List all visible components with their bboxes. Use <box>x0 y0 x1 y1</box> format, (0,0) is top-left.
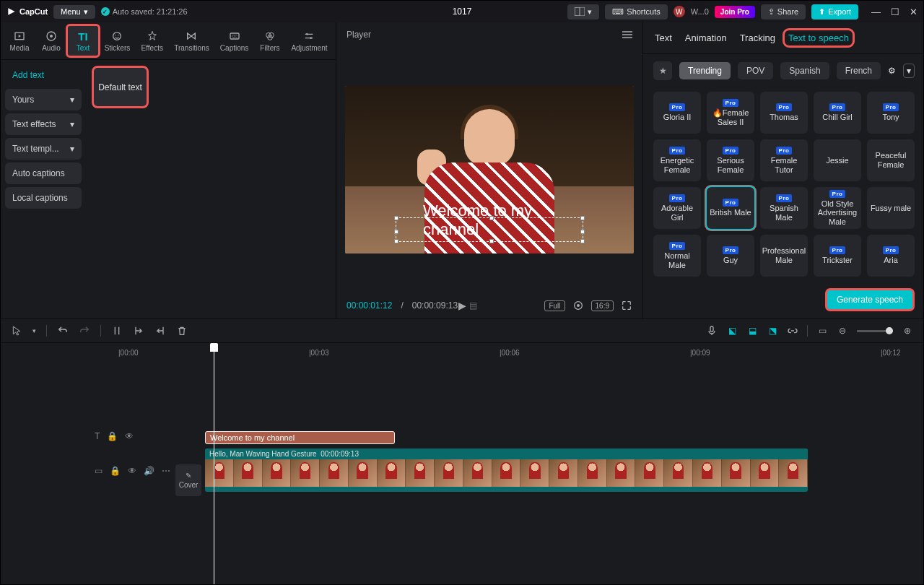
chevron-down-icon[interactable]: ▾ <box>32 327 36 334</box>
voice-trickster[interactable]: ProTrickster <box>814 235 861 277</box>
cover-button[interactable]: ✎ Cover <box>175 464 201 496</box>
track-opts-icon[interactable]: ▭ <box>816 325 828 337</box>
voice-old-style-advertising-male[interactable]: ProOld Style Advertising Male <box>814 187 861 229</box>
ribbon-media[interactable]: Media <box>4 25 35 56</box>
filter-settings-icon[interactable]: ⚙ <box>888 66 896 76</box>
ribbon-text[interactable]: TIText <box>67 25 99 56</box>
sm-text-templates[interactable]: Text templ...▾ <box>5 138 82 160</box>
chip-trending[interactable]: Trending <box>679 62 731 79</box>
preview-full[interactable]: Full <box>544 300 565 311</box>
video-clip[interactable]: Hello, Man Waving Hand Gesture 00:00:09:… <box>205 448 808 492</box>
pointer-tool[interactable] <box>11 325 22 337</box>
favorites-filter[interactable]: ★ <box>653 61 672 80</box>
sm-add-text[interactable]: Add text <box>5 64 82 86</box>
voice-normal-male[interactable]: ProNormal Male <box>653 235 701 277</box>
default-text-preset[interactable]: Default text <box>93 67 147 107</box>
voice-tony[interactable]: ProTony <box>867 92 915 134</box>
voice-british-male[interactable]: ProBritish Male <box>707 187 754 229</box>
layout-button[interactable]: ▾ <box>567 4 599 20</box>
shortcuts-button[interactable]: ⌨ Shortcuts <box>605 4 667 20</box>
svg-point-16 <box>577 304 580 307</box>
voice-peaceful-female[interactable]: Peaceful Female <box>867 139 915 181</box>
eye-icon[interactable]: 👁 <box>125 431 134 441</box>
tab-animation[interactable]: Animation <box>685 32 727 43</box>
voice-energetic-female[interactable]: ProEnergetic Female <box>653 139 701 181</box>
tab-text[interactable]: Text <box>655 32 672 43</box>
lock-icon[interactable]: 🔒 <box>107 431 118 441</box>
undo-button[interactable] <box>57 325 69 337</box>
timeline-panel: ▾ ⬕ ⬓ ⬔ ▭ ⊖ ⊕ |00:00 |00:03 |00:06 |00:0… <box>1 318 923 584</box>
voice-female-tutor[interactable]: ProFemale Tutor <box>760 139 808 181</box>
voice-aria[interactable]: ProAria <box>867 235 915 277</box>
player-text-overlay[interactable]: Welcome to my channel <box>417 199 562 242</box>
share-button[interactable]: ⇪ Share <box>761 4 806 20</box>
more-icon[interactable]: ⋯ <box>162 466 170 476</box>
voice-adorable-girl[interactable]: ProAdorable Girl <box>653 187 701 229</box>
ribbon-filters[interactable]: Filters <box>254 25 286 56</box>
text-presets: Default text <box>86 60 154 213</box>
eye-icon[interactable]: 👁 <box>128 466 136 476</box>
voice--female-sales-ii[interactable]: Pro🔥Female Sales II <box>707 92 754 134</box>
mic-icon[interactable] <box>706 325 718 337</box>
magnet-left-icon[interactable]: ⬕ <box>726 325 738 337</box>
tab-text-to-speech[interactable]: Text to speech <box>785 30 853 46</box>
player-viewport[interactable]: Welcome to my channel <box>336 47 642 292</box>
sm-auto-captions[interactable]: Auto captions <box>5 162 82 184</box>
chip-pov[interactable]: POV <box>738 62 773 79</box>
user-avatar[interactable]: W <box>674 6 685 17</box>
ribbon-adjustment[interactable]: Adjustment <box>286 25 333 56</box>
compare-icon[interactable]: ▤ <box>469 300 477 311</box>
chevron-down-icon[interactable]: ▾ <box>903 64 915 78</box>
play-button[interactable]: ▶ <box>458 300 466 311</box>
playhead[interactable] <box>214 343 214 584</box>
time-ruler[interactable]: |00:00 |00:03 |00:06 |00:09 |00:12 <box>1 343 923 362</box>
voice-guy[interactable]: ProGuy <box>707 235 754 277</box>
redo-button[interactable] <box>79 325 90 337</box>
voice-chill-girl[interactable]: ProChill Girl <box>814 92 861 134</box>
tab-tracking[interactable]: Tracking <box>740 32 775 43</box>
tracks-area[interactable]: T 🔒 👁 Welcome to my channel ▭ 🔒 👁 🔊 ⋯ ✎ … <box>1 362 923 499</box>
join-pro-button[interactable]: Join Pro <box>715 6 755 18</box>
quality-icon[interactable] <box>572 300 584 311</box>
menu-button[interactable]: Menu▾ <box>53 5 95 19</box>
sm-yours[interactable]: Yours▾ <box>5 89 82 110</box>
voice-serious-female[interactable]: ProSerious Female <box>707 139 754 181</box>
link-icon[interactable] <box>787 325 798 337</box>
chip-spanish[interactable]: Spanish <box>780 62 829 79</box>
chip-french[interactable]: French <box>837 62 881 79</box>
split-tool[interactable] <box>111 325 123 337</box>
delete-tool[interactable] <box>176 325 188 337</box>
voice-gloria-ii[interactable]: ProGloria II <box>653 92 701 134</box>
trim-right-tool[interactable] <box>154 325 166 337</box>
maximize-button[interactable]: ☐ <box>891 6 899 17</box>
text-clip[interactable]: Welcome to my channel <box>205 431 395 444</box>
zoom-slider[interactable] <box>857 330 893 332</box>
voice-jessie[interactable]: Jessie <box>814 139 861 181</box>
close-button[interactable]: ✕ <box>910 6 918 17</box>
ribbon-captions[interactable]: CCCaptions <box>214 25 254 56</box>
export-button[interactable]: ⬆ Export <box>811 4 858 20</box>
user-label: W...0 <box>691 7 709 16</box>
zoom-in-icon[interactable]: ⊕ <box>902 325 913 337</box>
voice-spanish-male[interactable]: ProSpanish Male <box>760 187 808 229</box>
ribbon-stickers[interactable]: Stickers <box>99 25 136 56</box>
lock-icon[interactable]: 🔒 <box>110 466 121 476</box>
mute-icon[interactable]: 🔊 <box>144 466 154 476</box>
player-menu-icon[interactable] <box>622 31 632 38</box>
ribbon-effects[interactable]: Effects <box>136 25 169 56</box>
fullscreen-icon[interactable] <box>621 300 632 311</box>
magnet-center-icon[interactable]: ⬓ <box>746 325 758 337</box>
magnet-right-icon[interactable]: ⬔ <box>767 325 778 337</box>
zoom-out-icon[interactable]: ⊖ <box>837 325 848 337</box>
generate-speech-button[interactable]: Generate speech <box>827 290 913 310</box>
sm-text-effects[interactable]: Text effects▾ <box>5 113 82 135</box>
ribbon-audio[interactable]: Audio <box>35 25 67 56</box>
ribbon-transitions[interactable]: Transitions <box>169 25 215 56</box>
voice-professional-male[interactable]: Professional Male <box>760 235 808 277</box>
minimize-button[interactable]: — <box>871 6 881 17</box>
aspect-ratio[interactable]: 16:9 <box>591 300 614 311</box>
voice-fussy-male[interactable]: Fussy male <box>867 187 915 229</box>
trim-left-tool[interactable] <box>133 325 144 337</box>
voice-thomas[interactable]: ProThomas <box>760 92 808 134</box>
sm-local-captions[interactable]: Local captions <box>5 187 82 209</box>
